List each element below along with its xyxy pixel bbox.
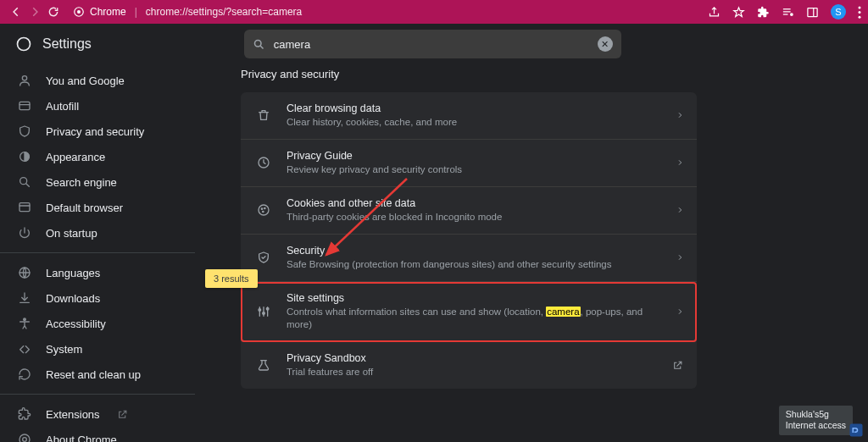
address-bar[interactable]: Chrome | chrome://settings/?search=camer… <box>73 6 302 18</box>
row-title: Site settings <box>287 292 663 304</box>
security-icon <box>254 251 273 264</box>
sidebar-item-languages[interactable]: Languages <box>0 260 195 285</box>
svg-point-29 <box>261 208 262 209</box>
sliders-icon <box>254 305 273 318</box>
svg-point-31 <box>263 212 264 213</box>
svg-point-24 <box>24 318 26 321</box>
svg-point-13 <box>254 40 261 47</box>
row-subtitle: Trial features are off <box>287 366 659 378</box>
share-icon[interactable] <box>708 6 721 19</box>
network-toast: Shukla's5g Internet access <box>779 406 853 435</box>
row-subtitle: Third-party cookies are blocked in Incog… <box>287 211 663 224</box>
guide-icon <box>254 156 273 169</box>
sidebar-item-accessibility[interactable]: Accessibility <box>0 311 195 336</box>
svg-point-36 <box>263 312 265 314</box>
chevron-right-icon <box>676 205 683 215</box>
settings-header: Settings ✕ <box>0 24 868 64</box>
svg-point-8 <box>859 6 861 8</box>
row-subtitle: Safe Browsing (protection from dangerous… <box>287 258 663 271</box>
settings-row-security[interactable]: SecuritySafe Browsing (protection from d… <box>241 235 697 282</box>
svg-rect-6 <box>808 8 817 16</box>
chevron-right-icon <box>676 252 683 262</box>
svg-point-26 <box>23 438 27 442</box>
sidebar-item-extensions[interactable]: Extensions <box>0 401 195 427</box>
section-title: Privacy and security <box>241 68 868 80</box>
sidebar-item-you-and-google[interactable]: You and Google <box>0 68 195 93</box>
svg-point-12 <box>22 42 26 47</box>
sidebar-item-label: Appearance <box>46 151 105 163</box>
svg-point-15 <box>22 76 26 80</box>
sidebar-item-label: Reset and clean up <box>46 368 141 381</box>
kebab-menu-icon[interactable] <box>858 6 861 19</box>
back-button[interactable] <box>7 6 25 18</box>
settings-search-input[interactable] <box>274 38 589 51</box>
svg-point-28 <box>259 205 269 215</box>
svg-line-14 <box>260 46 263 48</box>
sidebar-item-label: Default browser <box>46 202 123 214</box>
sidebar-item-default-browser[interactable]: Default browser <box>0 195 195 220</box>
row-title: Privacy Sandbox <box>287 352 659 364</box>
search-highlight: camera <box>546 307 580 317</box>
svg-point-10 <box>859 15 861 18</box>
sidebar-item-about-chrome[interactable]: About Chrome <box>0 427 195 442</box>
svg-point-9 <box>859 11 861 14</box>
sidebar-item-label: Accessibility <box>46 318 106 330</box>
svg-rect-4 <box>783 14 788 14</box>
globe-icon <box>17 266 32 279</box>
svg-rect-21 <box>19 203 30 212</box>
trash-icon <box>254 108 273 122</box>
cookie-icon <box>254 203 273 217</box>
row-title: Cookies and other site data <box>287 197 663 209</box>
sidebar-item-search-engine[interactable]: Search engine <box>0 169 195 195</box>
accessibility-icon <box>17 317 32 330</box>
system-icon <box>17 342 32 356</box>
settings-gear-icon <box>15 36 32 52</box>
row-title: Security <box>287 245 663 257</box>
svg-rect-39 <box>850 424 863 437</box>
autofill-icon <box>17 99 32 113</box>
svg-point-35 <box>259 308 261 311</box>
download-icon <box>17 291 32 305</box>
sidebar-item-label: Privacy and security <box>46 125 144 138</box>
browser-icon <box>17 201 32 214</box>
svg-rect-16 <box>19 102 30 109</box>
reload-button[interactable] <box>44 6 63 18</box>
person-icon <box>17 74 32 87</box>
svg-line-20 <box>26 184 30 187</box>
sidebar-item-on-startup[interactable]: On startup <box>0 220 195 246</box>
svg-rect-2 <box>783 8 791 9</box>
sandbox-icon <box>254 358 273 372</box>
sidebar-item-label: Extensions <box>46 408 100 421</box>
settings-row-cookies-and-other-site-data[interactable]: Cookies and other site dataThird-party c… <box>241 187 697 235</box>
svg-point-25 <box>19 434 30 442</box>
external-link-icon <box>117 409 128 420</box>
playlist-icon[interactable] <box>782 6 794 19</box>
power-icon <box>17 226 32 240</box>
settings-row-site-settings[interactable]: Site settingsControls what information s… <box>241 282 697 342</box>
profile-avatar[interactable]: S <box>831 4 846 19</box>
settings-row-privacy-sandbox[interactable]: Privacy SandboxTrial features are off <box>241 342 697 389</box>
sidebar-item-label: You and Google <box>46 75 125 87</box>
search-icon <box>17 175 32 189</box>
sidebar-item-appearance[interactable]: Appearance <box>0 144 195 169</box>
settings-row-clear-browsing-data[interactable]: Clear browsing dataClear history, cookie… <box>241 92 697 140</box>
sidebar-item-label: About Chrome <box>46 434 117 443</box>
extensions-icon[interactable] <box>757 6 770 19</box>
sidebar-item-autofill[interactable]: Autofill <box>0 93 195 119</box>
clear-search-button[interactable]: ✕ <box>598 36 613 52</box>
row-title: Privacy Guide <box>287 150 663 162</box>
forward-button[interactable] <box>25 6 44 18</box>
settings-row-privacy-guide[interactable]: Privacy GuideReview key privacy and secu… <box>241 140 697 187</box>
sidebar-item-system[interactable]: System <box>0 336 195 362</box>
row-subtitle: Controls what information sites can use … <box>287 306 663 331</box>
privacy-card: Clear browsing dataClear history, cookie… <box>241 92 697 389</box>
sidebar: You and GoogleAutofillPrivacy and securi… <box>0 64 195 442</box>
settings-search-box[interactable]: ✕ <box>244 30 621 58</box>
settings-title: Settings <box>15 36 92 52</box>
sidebar-item-reset-and-clean-up[interactable]: Reset and clean up <box>0 362 195 387</box>
sidebar-item-privacy-and-security[interactable]: Privacy and security <box>0 119 195 144</box>
sidebar-item-label: On startup <box>46 227 97 240</box>
sidebar-item-downloads[interactable]: Downloads <box>0 285 195 311</box>
bookmark-star-icon[interactable] <box>732 6 745 19</box>
panel-icon[interactable] <box>806 6 819 19</box>
